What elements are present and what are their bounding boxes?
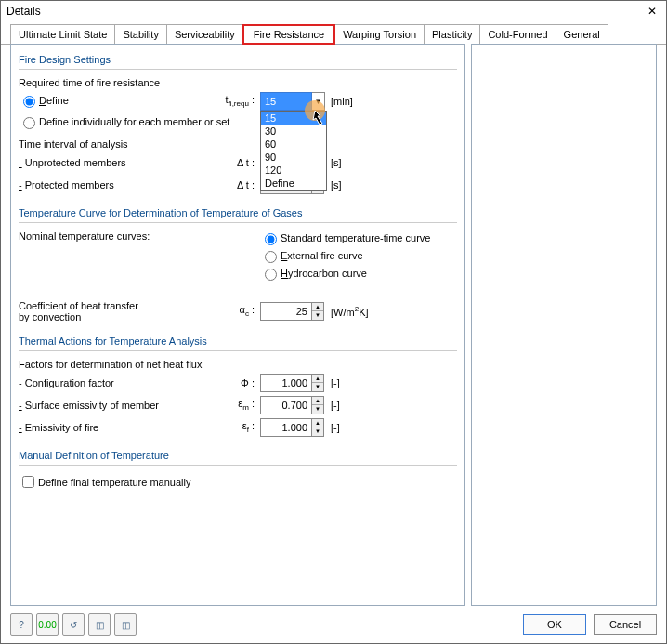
bottom-bar: ? 0.00 ↺ ◫ ◫ OK Cancel <box>10 613 657 636</box>
tab-warping-torsion[interactable]: Warping Torsion <box>334 24 425 45</box>
left-column: Fire Design Settings Required time of fi… <box>10 44 465 606</box>
tab-ultimate-limit-state[interactable]: Ultimate Limit State <box>10 24 115 45</box>
tab-general[interactable]: General <box>556 24 608 45</box>
unit-s: [s] <box>325 179 342 191</box>
ok-button[interactable]: OK <box>523 614 586 635</box>
spin-up[interactable]: ▲ <box>312 397 323 405</box>
fire-time-combo[interactable]: 15 <box>260 92 312 111</box>
right-panel <box>471 44 657 606</box>
spin-down[interactable]: ▼ <box>312 311 323 320</box>
protected-label: - Protected members <box>19 179 223 191</box>
tab-serviceability[interactable]: Serviceability <box>166 24 243 45</box>
unit-dash: [-] <box>325 400 340 411</box>
emissivity-member-input[interactable] <box>260 396 312 414</box>
dropdown-item-15[interactable]: 15 <box>261 112 326 125</box>
fire-time-dropdown[interactable]: 15 30 60 90 120 Define <box>260 111 327 191</box>
unit-dash: [-] <box>325 377 340 388</box>
factors-label: Factors for determination of net heat fl… <box>19 359 457 370</box>
alpha-c-symbol: αc : <box>223 304 260 318</box>
time-interval-label: Time interval of analysis <box>19 138 457 150</box>
tab-stability[interactable]: Stability <box>114 24 167 45</box>
nominal-curves-label: Nominal temperature curves: <box>19 230 260 242</box>
layout-icon-1[interactable]: ◫ <box>88 613 111 636</box>
group-title: Manual Definition of Temperature <box>19 450 457 463</box>
alpha-c-input[interactable] <box>260 302 312 321</box>
radio-external-curve[interactable]: External fire curve <box>260 248 430 263</box>
spin-down[interactable]: ▼ <box>312 427 323 436</box>
tab-plasticity[interactable]: Plasticity <box>424 24 480 45</box>
dropdown-item-30[interactable]: 30 <box>261 125 326 138</box>
radio-hydrocarbon-curve[interactable]: Hydrocarbon curve <box>260 266 430 281</box>
tab-cold-formed[interactable]: Cold-Formed <box>479 24 556 45</box>
dropdown-item-define[interactable]: Define <box>261 177 326 190</box>
dt-symbol: Δ t : <box>223 157 260 168</box>
dropdown-item-90[interactable]: 90 <box>261 151 326 164</box>
group-temperature-curve: Temperature Curve for Determination of T… <box>19 207 457 322</box>
emissivity-fire-input[interactable] <box>260 418 312 437</box>
group-thermal-actions: Thermal Actions for Temperature Analysis… <box>19 335 457 437</box>
group-title: Thermal Actions for Temperature Analysis <box>19 335 457 348</box>
emissivity-fire-label: - Emissivity of fire <box>19 422 223 433</box>
checkbox-manual-temperature[interactable]: Define final temperature manually <box>19 473 457 491</box>
fire-time-combo-button[interactable]: ▼ <box>312 92 325 111</box>
dt-symbol: Δ t : <box>223 179 260 191</box>
unit-min: [min] <box>325 96 353 107</box>
spin-up[interactable]: ▲ <box>312 419 323 427</box>
phi-symbol: Φ : <box>223 377 260 388</box>
unit-dash: [-] <box>325 422 340 433</box>
eps-f-symbol: εf : <box>223 420 260 434</box>
coeff-label-2: by convection <box>19 311 223 322</box>
window-title: Details <box>7 5 41 18</box>
layout-icon-2[interactable]: ◫ <box>114 613 137 636</box>
coeff-label-1: Coefficient of heat transfer <box>19 300 223 311</box>
radio-define[interactable]: Define <box>19 93 223 108</box>
group-title: Temperature Curve for Determination of T… <box>19 207 457 220</box>
dropdown-item-60[interactable]: 60 <box>261 138 326 151</box>
t-symbol: tfi,requ : <box>223 94 260 108</box>
tab-strip: Ultimate Limit State Stability Serviceab… <box>1 23 666 45</box>
unprotected-label: - Unprotected members <box>19 157 223 168</box>
tab-fire-resistance[interactable]: Fire Resistance <box>242 24 335 45</box>
spin-up[interactable]: ▲ <box>312 303 323 311</box>
dropdown-item-120[interactable]: 120 <box>261 164 326 177</box>
group-fire-design-settings: Fire Design Settings Required time of fi… <box>19 54 457 194</box>
spin-down[interactable]: ▼ <box>312 383 323 391</box>
radio-standard-curve[interactable]: Standard temperature-time curve <box>260 230 430 245</box>
group-manual-temperature: Manual Definition of Temperature Define … <box>19 450 457 491</box>
reset-icon[interactable]: ↺ <box>62 613 85 636</box>
group-title: Fire Design Settings <box>19 54 457 67</box>
content-area: Fire Design Settings Required time of fi… <box>10 44 657 606</box>
spin-down[interactable]: ▼ <box>312 405 323 414</box>
unit-wm2k: [W/m2K] <box>325 305 369 318</box>
unit-s: [s] <box>325 157 342 168</box>
help-icon[interactable]: ? <box>10 613 33 636</box>
config-factor-input[interactable] <box>260 374 312 392</box>
cancel-button[interactable]: Cancel <box>594 614 657 635</box>
config-factor-label: - Configuration factor <box>19 377 223 388</box>
eps-m-symbol: εm : <box>223 398 260 412</box>
title-bar: Details ✕ <box>1 1 666 21</box>
emissivity-member-label: - Surface emissivity of member <box>19 400 223 411</box>
radio-individual[interactable]: Define individually for each member or s… <box>19 114 457 129</box>
spin-up[interactable]: ▲ <box>312 375 323 383</box>
units-icon[interactable]: 0.00 <box>36 613 59 636</box>
close-icon[interactable]: ✕ <box>644 5 660 18</box>
required-time-label: Required time of fire resistance <box>19 77 457 88</box>
